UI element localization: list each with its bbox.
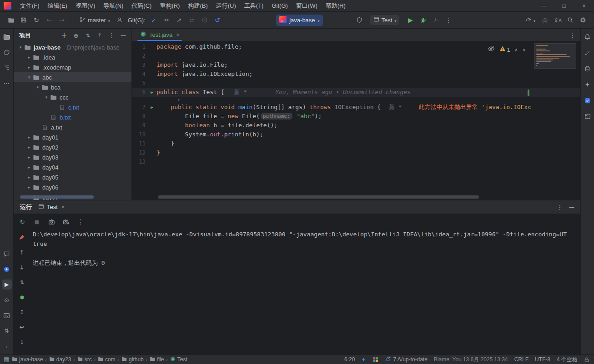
scroll-to-end-icon[interactable]: ↧ <box>17 337 27 347</box>
compare-icon[interactable]: ⇄ <box>186 14 198 26</box>
sort-output-icon[interactable]: ⇅ <box>17 277 27 287</box>
more-tool-windows-icon[interactable]: ⋯ <box>2 78 12 88</box>
menu-item-8[interactable]: 工具(T) <box>240 0 268 11</box>
forward-icon[interactable]: → <box>55 14 68 26</box>
edit-source-icon[interactable] <box>583 48 593 58</box>
next-occurrence-icon[interactable]: ↓ <box>17 262 27 272</box>
menu-item-7[interactable]: 运行(U) <box>212 0 240 11</box>
database-icon[interactable] <box>583 64 593 74</box>
breadcrumb-file[interactable]: file <box>150 356 164 363</box>
tree-chevron-icon[interactable]: ▾ <box>35 85 41 90</box>
code-line-11[interactable]: 11 } <box>132 139 580 148</box>
editor-options-icon[interactable]: ⋮ <box>568 30 578 40</box>
commit-tool-icon[interactable] <box>2 47 12 57</box>
tree-item-day04[interactable]: ▸day04 <box>14 162 131 172</box>
expand-all-icon[interactable]: ⇅ <box>82 30 93 40</box>
memory-snapshot-icon[interactable] <box>61 217 71 227</box>
tool-windows-toggle-icon[interactable]: ▦ <box>4 356 9 363</box>
tree-item-a.txt[interactable]: a.txt <box>14 122 131 132</box>
tree-chevron-icon[interactable]: ▸ <box>26 185 32 189</box>
tree-item-java-base[interactable]: ▾java-base- D:\project\java-base <box>14 42 131 52</box>
window-layouts-icon[interactable] <box>583 111 593 121</box>
run-tool-icon[interactable]: ▶ <box>2 279 12 289</box>
back-icon[interactable]: ← <box>43 14 55 26</box>
history-icon[interactable] <box>198 14 211 26</box>
run-tab-test[interactable]: Test × <box>38 204 65 211</box>
close-tab-icon[interactable]: × <box>176 32 179 38</box>
notifications-icon[interactable] <box>583 32 593 42</box>
breadcrumb-day23[interactable]: day23 <box>49 356 71 363</box>
code-line-5[interactable]: 5 <box>132 79 580 88</box>
indent-widget[interactable]: 4 个空格 <box>557 356 578 364</box>
terminal-tool-icon[interactable] <box>2 310 12 320</box>
sync-icon[interactable]: ↻ <box>30 14 43 26</box>
tree-item-ccc[interactable]: ▾ccc <box>14 92 131 102</box>
settings-icon[interactable]: ⚙ <box>577 14 589 26</box>
run-gutter-icon[interactable]: ▶ <box>147 103 156 112</box>
tree-chevron-icon[interactable]: ▸ <box>26 165 32 170</box>
thread-dump-icon[interactable] <box>46 217 56 227</box>
resume-icon[interactable] <box>17 292 27 302</box>
editor-tab-test-java[interactable]: C Test.java × <box>136 29 184 41</box>
menu-item-11[interactable]: 帮助(H) <box>322 0 350 11</box>
structure-tool-icon[interactable] <box>2 63 12 73</box>
update-project-icon[interactable]: ↙ <box>147 14 160 26</box>
collapse-all-icon[interactable]: ↥ <box>94 30 105 40</box>
tree-chevron-icon[interactable]: ▾ <box>17 45 24 50</box>
prev-occurrence-icon[interactable]: ↑ <box>17 247 27 257</box>
tree-chevron-icon[interactable]: ▸ <box>26 135 32 140</box>
commit-icon[interactable] <box>160 14 173 26</box>
editor-horizontal-scrollbar[interactable] <box>158 195 479 199</box>
code-line-6[interactable]: 6▶public class Test { 新 *You, Moments ag… <box>132 88 580 97</box>
caret-position[interactable]: 6:20 <box>344 356 355 363</box>
tree-chevron-icon[interactable]: ▸ <box>26 55 32 60</box>
menu-item-9[interactable]: Git(G) <box>267 0 292 11</box>
open-project-icon[interactable] <box>5 14 17 26</box>
breadcrumb-com[interactable]: com <box>98 356 116 363</box>
breadcrumb-src[interactable]: src <box>77 356 92 363</box>
code-line-8[interactable]: 8 File file = new File(pathname: "abc"); <box>132 112 580 121</box>
window-minimize-button[interactable]: — <box>534 0 554 11</box>
line-separator-widget[interactable]: CRLF <box>514 356 529 363</box>
soft-wrap-icon[interactable]: ↩ <box>17 322 27 332</box>
run-panel-options-icon[interactable]: ⋮ <box>555 202 565 212</box>
window-maximize-button[interactable]: □ <box>554 0 574 11</box>
git-sync-widget[interactable]: 7 Δ/up-to-date <box>385 356 427 363</box>
tree-item-day03[interactable]: ▸day03 <box>14 152 131 162</box>
run-button[interactable]: ▶ <box>404 14 417 26</box>
run-panel-hide-icon[interactable]: — <box>567 202 577 212</box>
warnings-indicator[interactable]: 1 <box>499 45 510 55</box>
vcs-log-tool-icon[interactable]: ⇅ <box>2 326 12 336</box>
profiler-widget[interactable]: ▾ <box>522 15 539 25</box>
stripe-expand-icon[interactable]: › <box>2 341 12 351</box>
breadcrumb-Test[interactable]: CTest <box>170 356 187 363</box>
project-tool-icon[interactable] <box>2 32 12 42</box>
project-horizontal-scrollbar[interactable] <box>20 195 94 199</box>
code-line-13[interactable]: 13 <box>132 157 580 166</box>
scroll-up-icon[interactable]: ↥ <box>17 307 27 317</box>
tree-item-abc[interactable]: ▾abc <box>14 72 131 82</box>
run-target-widget[interactable]: Test ▾ <box>370 15 400 25</box>
tree-item-.idea[interactable]: ▸.idea <box>14 52 131 62</box>
close-run-tab-icon[interactable]: × <box>61 204 65 210</box>
tree-item-c.txt[interactable]: c.txt <box>14 102 131 112</box>
readonly-lock-icon[interactable] <box>584 357 589 363</box>
push-icon[interactable]: ↗ <box>173 14 186 26</box>
run-configuration-widget[interactable]: java-base ▾ <box>276 15 322 26</box>
tree-chevron-icon[interactable]: ▾ <box>26 75 32 80</box>
code-line-4[interactable]: 4import java.io.IOException; <box>132 70 580 79</box>
debug-button[interactable] <box>417 14 429 26</box>
menu-item-4[interactable]: 代码(C) <box>127 0 156 11</box>
build-tools-icon[interactable] <box>429 14 442 26</box>
encoding-widget[interactable]: UTF-8 <box>535 356 550 363</box>
dependencies-icon[interactable] <box>583 95 593 105</box>
code-minimap[interactable]: Test <box>534 43 576 69</box>
tree-chevron-icon[interactable]: ▸ <box>26 145 32 150</box>
color-grid-icon[interactable] <box>373 357 378 363</box>
breadcrumb-github[interactable]: github <box>121 356 144 363</box>
inspection-message[interactable]: 此方法中从未抛出异常 'java.io.IOExc <box>419 103 531 112</box>
run-gutter-icon[interactable]: ▶ <box>147 88 156 97</box>
tree-chevron-icon[interactable]: ▾ <box>43 95 50 100</box>
prev-problem-icon[interactable]: ∧ <box>514 45 518 55</box>
translate-icon[interactable]: 文A <box>551 14 564 26</box>
